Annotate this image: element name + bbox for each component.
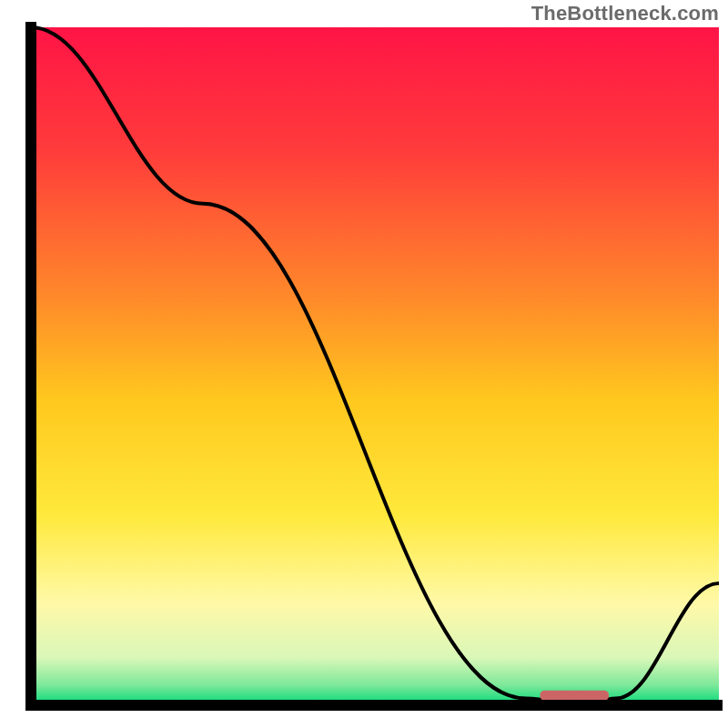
- optimum-marker: [540, 691, 609, 701]
- watermark-text: TheBottleneck.com: [531, 2, 719, 25]
- bottleneck-chart: [0, 0, 728, 728]
- plot-background: [31, 27, 719, 705]
- chart-container: { "watermark": "TheBottleneck.com", "cha…: [0, 0, 728, 728]
